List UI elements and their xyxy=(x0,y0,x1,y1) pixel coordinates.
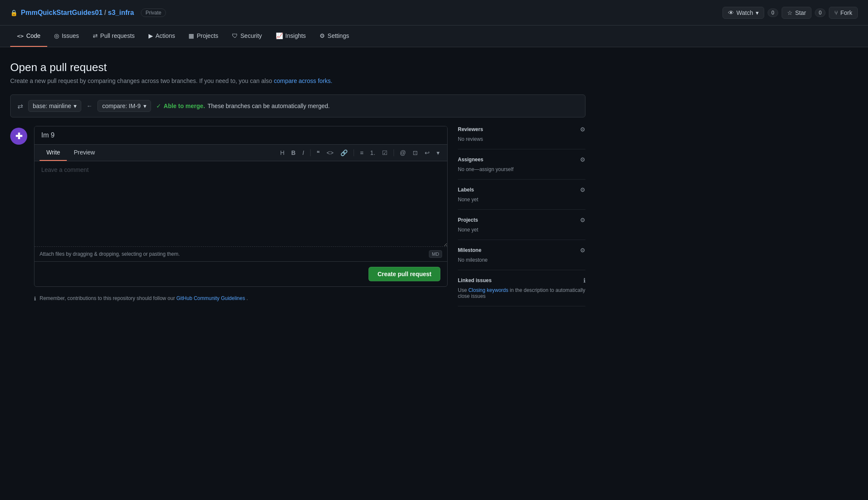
attach-text: Attach files by dragging & dropping, sel… xyxy=(40,251,180,257)
toolbar-divider-2 xyxy=(354,149,354,156)
repo-name[interactable]: s3_infra xyxy=(108,9,134,17)
linked-issues-info-icon: ℹ xyxy=(583,277,585,284)
labels-title: Labels xyxy=(458,187,474,193)
milestone-title: Milestone xyxy=(458,247,481,253)
page-title: Open a pull request xyxy=(10,61,585,74)
pr-editor: Write Preview H B I ❝ <> 🔗 xyxy=(34,126,448,287)
tab-actions[interactable]: ▶ Actions xyxy=(142,26,182,47)
heading-icon[interactable]: H xyxy=(277,148,287,158)
undo-icon[interactable]: ↩ xyxy=(422,148,432,158)
milestone-gear-icon[interactable]: ⚙ xyxy=(580,247,585,254)
watch-button[interactable]: 👁 Watch ▾ xyxy=(722,7,764,19)
tab-projects[interactable]: ▦ Projects xyxy=(182,26,225,47)
tab-actions-label: Actions xyxy=(156,32,175,39)
preview-tab[interactable]: Preview xyxy=(67,145,102,161)
pr-title-input[interactable] xyxy=(34,126,447,145)
tab-security[interactable]: 🛡 Security xyxy=(225,26,269,47)
repo-separator: / xyxy=(104,9,106,17)
reviewers-gear-icon[interactable]: ⚙ xyxy=(580,126,585,133)
page-subtitle: Create a new pull request by comparing c… xyxy=(10,77,585,84)
settings-icon: ⚙ xyxy=(320,32,325,39)
branch-swap-icon: ⇄ xyxy=(17,102,23,110)
fork-icon: ⑂ xyxy=(834,9,838,16)
linked-issues-header: Linked issues ℹ xyxy=(458,277,585,284)
labels-header: Labels ⚙ xyxy=(458,186,585,193)
private-badge: Private xyxy=(141,9,166,17)
pull-requests-icon: ⇄ xyxy=(93,32,98,39)
reviewers-header: Reviewers ⚙ xyxy=(458,126,585,133)
toolbar-divider-3 xyxy=(394,149,394,156)
tab-settings[interactable]: ⚙ Settings xyxy=(313,26,356,47)
sidebar-milestone: Milestone ⚙ No milestone xyxy=(458,240,585,270)
comment-textarea[interactable] xyxy=(34,161,447,246)
task-list-icon[interactable]: ☑ xyxy=(380,148,390,158)
compare-forks-link[interactable]: compare across forks. xyxy=(274,77,332,84)
projects-gear-icon[interactable]: ⚙ xyxy=(580,217,585,223)
more-icon[interactable]: ▾ xyxy=(434,148,442,158)
tab-pull-requests[interactable]: ⇄ Pull requests xyxy=(86,26,142,47)
tab-issues-label: Issues xyxy=(62,32,79,39)
fork-label: Fork xyxy=(840,9,852,16)
sidebar-projects: Projects ⚙ None yet xyxy=(458,210,585,240)
bullet-list-icon[interactable]: ≡ xyxy=(357,148,366,158)
sidebar-reviewers: Reviewers ⚙ No reviews xyxy=(458,126,585,149)
editor-toolbar: Write Preview H B I ❝ <> 🔗 xyxy=(34,145,447,161)
projects-title: Projects xyxy=(458,217,478,223)
reference-icon[interactable]: ⊡ xyxy=(410,148,420,158)
fork-button[interactable]: ⑂ Fork xyxy=(829,7,858,19)
star-count: 0 xyxy=(815,9,825,17)
code-icon[interactable]: <> xyxy=(324,148,336,158)
sidebar-labels: Labels ⚙ None yet xyxy=(458,180,585,210)
lock-icon: 🔒 xyxy=(10,9,17,16)
pr-form-area: ✚ Write Preview H xyxy=(10,126,585,306)
tab-pull-requests-label: Pull requests xyxy=(100,32,135,39)
nav-tabs: <> Code ◎ Issues ⇄ Pull requests ▶ Actio… xyxy=(0,26,868,47)
numbered-list-icon[interactable]: 1. xyxy=(368,148,378,158)
watch-label: Watch xyxy=(737,9,753,16)
link-icon[interactable]: 🔗 xyxy=(338,148,350,158)
projects-header: Projects ⚙ xyxy=(458,217,585,223)
tab-insights[interactable]: 📈 Insights xyxy=(269,26,313,47)
reviewers-title: Reviewers xyxy=(458,126,483,132)
code-icon: <> xyxy=(17,33,24,39)
italic-icon[interactable]: I xyxy=(300,148,307,158)
actions-icon: ▶ xyxy=(148,32,153,39)
write-tab[interactable]: Write xyxy=(40,145,67,161)
repo-path: PmmQuickStartGuides01 / s3_infra xyxy=(21,9,134,17)
assignees-header: Assignees ⚙ xyxy=(458,156,585,163)
compare-branch-select[interactable]: compare: IM-9 ▾ xyxy=(97,100,151,112)
assignees-gear-icon[interactable]: ⚙ xyxy=(580,156,585,163)
base-branch-select[interactable]: base: mainline ▾ xyxy=(28,100,81,112)
form-layout-row: ✚ Write Preview H xyxy=(10,126,585,306)
editor-tabs: Write Preview xyxy=(40,145,102,161)
tab-insights-label: Insights xyxy=(286,32,306,39)
header: 🔒 PmmQuickStartGuides01 / s3_infra Priva… xyxy=(0,0,868,26)
reviewers-value: No reviews xyxy=(458,136,585,142)
linked-issues-description: Use Closing keywords in the description … xyxy=(458,287,585,299)
shield-icon: 🛡 xyxy=(232,32,238,39)
watch-count: 0 xyxy=(768,9,778,17)
submit-area: Create pull request xyxy=(34,261,447,286)
bold-icon[interactable]: B xyxy=(289,148,298,158)
editor-column: Write Preview H B I ❝ <> 🔗 xyxy=(34,126,448,302)
mention-icon[interactable]: @ xyxy=(397,148,408,158)
star-icon: ☆ xyxy=(787,9,793,16)
projects-icon: ▦ xyxy=(188,32,194,39)
repo-owner[interactable]: PmmQuickStartGuides01 xyxy=(21,9,103,17)
labels-gear-icon[interactable]: ⚙ xyxy=(580,186,585,193)
linked-issues-title: Linked issues xyxy=(458,277,491,283)
quote-icon[interactable]: ❝ xyxy=(314,148,323,158)
closing-keywords-link[interactable]: Closing keywords xyxy=(468,287,508,293)
merge-status: ✓ Able to merge. These branches can be a… xyxy=(156,103,330,109)
projects-value: None yet xyxy=(458,227,585,233)
subtitle-text: Create a new pull request by comparing c… xyxy=(10,77,272,84)
tab-issues[interactable]: ◎ Issues xyxy=(47,26,86,47)
community-guidelines-link[interactable]: GitHub Community Guidelines xyxy=(177,295,245,301)
star-button[interactable]: ☆ Star xyxy=(782,7,812,19)
eye-icon: 👁 xyxy=(728,9,734,16)
create-pr-button[interactable]: Create pull request xyxy=(368,267,440,281)
assignees-value: No one—assign yourself xyxy=(458,166,585,172)
header-left: 🔒 PmmQuickStartGuides01 / s3_infra Priva… xyxy=(10,9,166,17)
footer-text: Remember, contributions to this reposito… xyxy=(40,295,248,301)
tab-code[interactable]: <> Code xyxy=(10,26,47,47)
